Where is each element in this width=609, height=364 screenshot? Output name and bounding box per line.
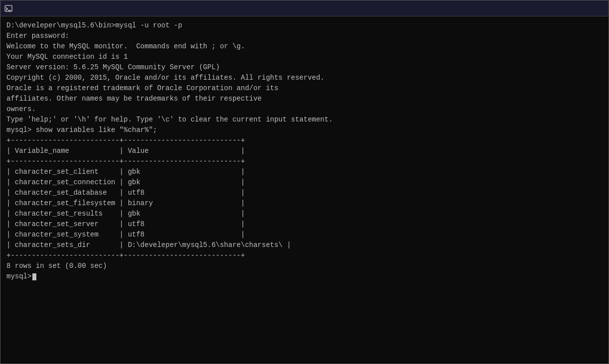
terminal-line: | Variable_name | Value |	[6, 146, 603, 156]
terminal-line: | character_set_connection | gbk |	[6, 177, 603, 188]
close-button[interactable]	[582, 0, 605, 16]
terminal-icon	[4, 4, 12, 12]
terminal-line: +--------------------------+------------…	[6, 250, 603, 261]
terminal-line: +--------------------------+------------…	[6, 135, 603, 146]
minimize-button[interactable]	[536, 0, 559, 16]
terminal-line: | character_set_results | gbk |	[6, 209, 603, 219]
terminal-line: | character_set_server | utf8 |	[6, 219, 603, 230]
terminal-line: Copyright (c) 2000, 2015, Oracle and/or …	[6, 73, 603, 83]
terminal-body[interactable]: D:\develeper\mysql5.6\bin>mysql -u root …	[0, 16, 609, 364]
title-bar	[0, 0, 609, 16]
terminal-line: +--------------------------+------------…	[6, 156, 603, 167]
terminal-line: | character_set_filesystem | binary |	[6, 198, 603, 209]
terminal-line: 8 rows in set (0.00 sec)	[6, 261, 603, 271]
window: D:\develeper\mysql5.6\bin>mysql -u root …	[0, 0, 609, 364]
terminal-line: | character_sets_dir | D:\develeper\mysq…	[6, 240, 603, 250]
terminal-line: Server version: 5.6.25 MySQL Community S…	[6, 62, 603, 73]
terminal-line: | character_set_database | utf8 |	[6, 188, 603, 198]
terminal-line: Type 'help;' or '\h' for help. Type '\c'…	[6, 115, 603, 125]
terminal-line: affiliates. Other names may be trademark…	[6, 94, 603, 104]
terminal-line: mysql> show variables like "%char%";	[6, 125, 603, 135]
terminal-line: Welcome to the MySQL monitor. Commands e…	[6, 41, 603, 52]
terminal-line: Enter password:	[6, 31, 603, 41]
terminal-line: Oracle is a registered trademark of Orac…	[6, 83, 603, 94]
terminal-line: Your MySQL connection id is 1	[6, 52, 603, 62]
prompt-line: mysql>	[6, 271, 603, 282]
terminal-line: D:\develeper\mysql5.6\bin>mysql -u root …	[6, 20, 603, 31]
terminal-line: | character_set_client | gbk |	[6, 167, 603, 177]
terminal-line: owners.	[6, 104, 603, 115]
window-controls	[536, 0, 605, 16]
prompt-text: mysql>	[6, 271, 31, 282]
cursor	[32, 273, 36, 280]
maximize-button[interactable]	[559, 0, 582, 16]
terminal-line: | character_set_system | utf8 |	[6, 230, 603, 240]
